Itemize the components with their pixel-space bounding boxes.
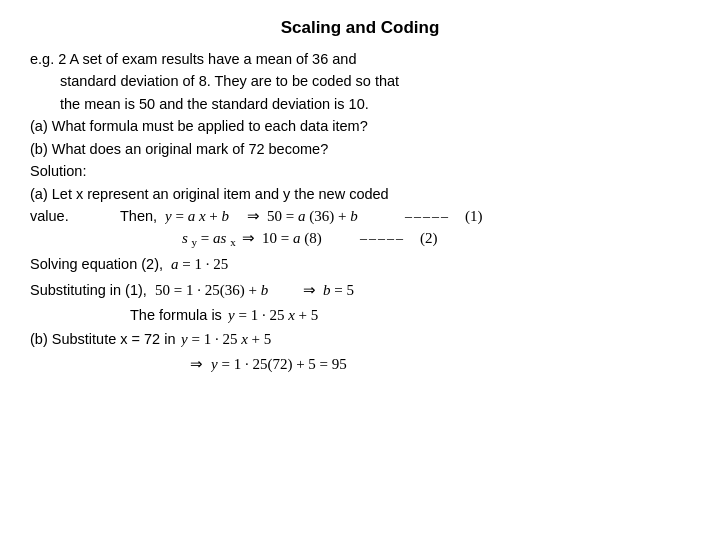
equation-2-row: s y = as x ⇒ 10 = a (8) ––––– (2) — [182, 227, 595, 249]
svg-text:⇒: ⇒ — [303, 282, 316, 298]
svg-text:(2): (2) — [420, 230, 438, 247]
equation-2-svg: s y = as x ⇒ 10 = a (8) ––––– (2) — [182, 227, 552, 249]
b-formula-svg: y = 1 · 25 x + 5 — [181, 329, 311, 349]
line-qb: (b) What does an original mark of 72 bec… — [30, 138, 690, 160]
svg-text:(1): (1) — [465, 208, 483, 225]
then-section: value. Then, y = a x + b ⇒ 50 = — [30, 205, 690, 249]
svg-text:50 = 
            a
          : 50 = a (36) + b — [267, 208, 358, 225]
final-answer-svg: y = 1 · 25(72) + 5 = 95 — [211, 353, 461, 375]
solving-line: Solving equation (2), a = 1 · 25 — [30, 254, 690, 274]
a-value-svg: a = 1 · 25 — [171, 254, 271, 274]
then-block: Then, y = a x + b ⇒ 50 = a — [120, 205, 595, 249]
svg-text:⇒: ⇒ — [242, 230, 255, 246]
svg-text:y
         = 1
        ·
     : y = 1 · 25 x + 5 — [181, 331, 271, 347]
svg-text:10 = 
            a
          : 10 = a (8) — [262, 230, 322, 247]
svg-text:s
            y
             =: s y = as x — [182, 230, 236, 249]
svg-text:⇒: ⇒ — [247, 208, 260, 224]
line-solution: Solution: — [30, 160, 690, 182]
formula-svg: y = 1 · 25 x + 5 — [228, 305, 358, 325]
then-row: Then, y = a x + b ⇒ 50 = a — [120, 205, 595, 227]
substituting-line: Substituting in (1), 50 = 1 · 25(36) + b… — [30, 280, 690, 300]
line-eg3: the mean is 50 and the standard deviatio… — [30, 93, 690, 115]
svg-text:–––––: ––––– — [359, 231, 405, 246]
formula-line: The formula is y = 1 · 25 x + 5 — [130, 305, 690, 325]
line-sol-a: (a) Let x represent an original item and… — [30, 183, 690, 205]
svg-text:50 = 1
        ·
        25(36: 50 = 1 · 25(36) + b — [155, 282, 269, 299]
line-qa: (a) What formula must be applied to each… — [30, 115, 690, 137]
line-eg: e.g. 2 A set of exam results have a mean… — [30, 48, 690, 70]
svg-text:y
             = 
            : y = a x + b — [165, 208, 230, 224]
value-text: value. — [30, 205, 120, 227]
substituting-svg: 50 = 1 · 25(36) + b ⇒ b = 5 — [155, 280, 415, 300]
page-title: Scaling and Coding — [30, 18, 690, 38]
svg-text:–––––: ––––– — [404, 209, 450, 224]
page: Scaling and Coding e.g. 2 A set of exam … — [0, 0, 720, 540]
final-answer-line: ⇒ y = 1 · 25(72) + 5 = 95 — [190, 353, 690, 375]
then-label: Then, — [120, 208, 157, 224]
line-eg2: standard deviation of 8. They are to be … — [30, 70, 690, 92]
equation-1-svg: y = a x + b ⇒ 50 = a (36) + b ––– — [165, 205, 595, 227]
svg-text:b
         = 5: b = 5 — [323, 282, 354, 298]
b-substitute-line: (b) Substitute x = 72 in y = 1 · 25 x + … — [30, 329, 690, 349]
svg-text:y
         = 1
        ·
     : y = 1 · 25 x + 5 — [228, 307, 318, 323]
svg-text:y
         = 1
        ·
     : y = 1 · 25(72) + 5 = 95 — [211, 356, 347, 373]
arrow-symbol: ⇒ — [190, 356, 203, 372]
svg-text:a
         = 1
        ·
     : a = 1 · 25 — [171, 256, 228, 272]
